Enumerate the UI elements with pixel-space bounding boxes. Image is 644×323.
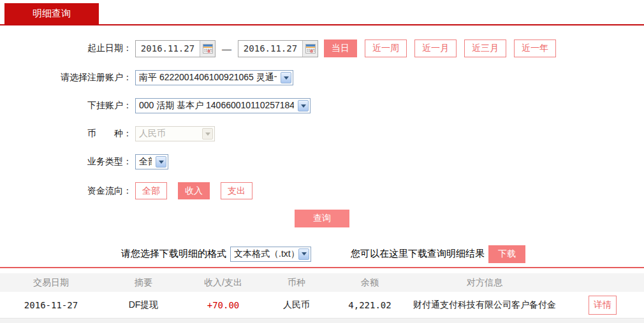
table-separator — [0, 267, 644, 268]
query-form: 起止日期： 2016.11.27 — — [0, 25, 644, 262]
date-range-label: 起止日期： — [0, 43, 135, 54]
tab-bar: 明细查询 — [0, 0, 644, 25]
dropdown-arrow-icon — [298, 248, 309, 260]
header-balance: 余额 — [332, 277, 408, 289]
download-button[interactable]: 下载 — [488, 245, 525, 263]
row-trade-date: 2016-11-27 — [0, 300, 102, 310]
sub-account-label: 下挂账户： — [0, 100, 135, 111]
currency-value: 人民币 — [139, 128, 166, 140]
register-account-select[interactable]: 南平 6222001406100921065 灵通卡 — [135, 70, 293, 85]
quick-last-month-button[interactable]: 近一月 — [414, 39, 457, 57]
fund-flow-all-button[interactable]: 全部 — [135, 182, 167, 199]
fund-flow-row: 资金流向： 全部 收入 支出 — [0, 182, 644, 199]
calendar-icon-glyph — [203, 44, 213, 54]
calendar-icon[interactable] — [200, 41, 215, 57]
start-date-value: 2016.11.27 — [136, 43, 200, 54]
header-trade-date: 交易日期 — [0, 277, 102, 289]
currency-select: 人民币 — [135, 126, 215, 141]
sub-account-value: 000 活期 基本户 1406600101102571848 — [139, 100, 294, 111]
quick-last-year-button[interactable]: 近一年 — [514, 39, 556, 57]
dropdown-arrow-icon — [156, 156, 166, 168]
header-income-expense: 收入/支出 — [185, 277, 261, 289]
fund-flow-label: 资金流向： — [0, 185, 135, 197]
row-currency: 人民币 — [261, 299, 332, 311]
detail-button[interactable]: 详情 — [589, 296, 617, 315]
dropdown-arrow-icon — [202, 128, 213, 140]
start-date-input[interactable]: 2016.11.27 — [135, 40, 216, 57]
query-button[interactable]: 查询 — [295, 210, 349, 227]
header-summary: 摘要 — [102, 277, 185, 289]
currency-row: 币 种： 人民币 — [0, 126, 644, 141]
calendar-icon-glyph — [305, 44, 316, 54]
download-format-value: 文本格式（.txt） — [234, 248, 295, 260]
quick-last-3-months-button[interactable]: 近三月 — [464, 39, 506, 57]
header-currency: 币种 — [261, 277, 332, 289]
tab-label: 明细查询 — [33, 8, 71, 20]
row-counterparty: 财付通支付科技有限公司客户备付金 — [408, 299, 561, 311]
download-hint: 您可以在这里下载查询明细结果 — [351, 248, 485, 260]
sub-account-row: 下挂账户： 000 活期 基本户 1406600101102571848 — [0, 98, 644, 113]
row-amount: +70.00 — [185, 300, 261, 310]
table-row: 2016-11-27 DF提现 +70.00 人民币 4,221.02 财付通支… — [0, 292, 644, 319]
business-type-label: 业务类型： — [0, 156, 135, 168]
sub-account-select[interactable]: 000 活期 基本户 1406600101102571848 — [135, 98, 311, 113]
dropdown-arrow-icon — [298, 100, 309, 111]
row-balance: 4,221.02 — [332, 300, 408, 310]
register-account-label: 请选择注册账户： — [0, 72, 135, 83]
currency-label: 币 种： — [0, 128, 135, 140]
dropdown-arrow-icon — [281, 72, 291, 83]
register-account-row: 请选择注册账户： 南平 6222001406100921065 灵通卡 — [0, 70, 644, 85]
business-type-row: 业务类型： 全部 — [0, 154, 644, 169]
end-date-input[interactable]: 2016.11.27 — [238, 40, 318, 57]
fund-flow-expense-button[interactable]: 支出 — [221, 182, 252, 199]
quick-last-week-button[interactable]: 近一周 — [365, 39, 407, 57]
download-row: 请您选择下载明细的格式 文本格式（.txt） 您可以在这里下载查询明细结果 下载 — [0, 245, 644, 262]
register-account-value: 南平 6222001406100921065 灵通卡 — [139, 72, 277, 83]
row-summary: DF提现 — [102, 299, 185, 311]
date-separator: — — [222, 43, 231, 54]
tab-detail-query[interactable]: 明细查询 — [4, 3, 99, 24]
business-type-select[interactable]: 全部 — [135, 154, 168, 169]
detail-query-page: 明细查询 起止日期： 2016.11.27 — [0, 0, 644, 323]
table-header: 交易日期 摘要 收入/支出 币种 余额 对方信息 — [0, 273, 644, 292]
fund-flow-income-button[interactable]: 收入 — [178, 182, 210, 199]
header-counterparty: 对方信息 — [408, 277, 561, 289]
end-date-value: 2016.11.27 — [238, 43, 302, 54]
query-row: 查询 — [0, 210, 644, 227]
row-actions: 详情 — [561, 296, 644, 315]
quick-today-button[interactable]: 当日 — [324, 39, 357, 57]
date-range-row: 起止日期： 2016.11.27 — — [0, 39, 644, 57]
footer-strip — [0, 318, 644, 323]
download-format-select[interactable]: 文本格式（.txt） — [230, 247, 311, 262]
business-type-value: 全部 — [139, 156, 152, 168]
calendar-icon[interactable] — [302, 41, 318, 57]
download-format-label: 请您选择下载明细的格式 — [121, 248, 226, 260]
